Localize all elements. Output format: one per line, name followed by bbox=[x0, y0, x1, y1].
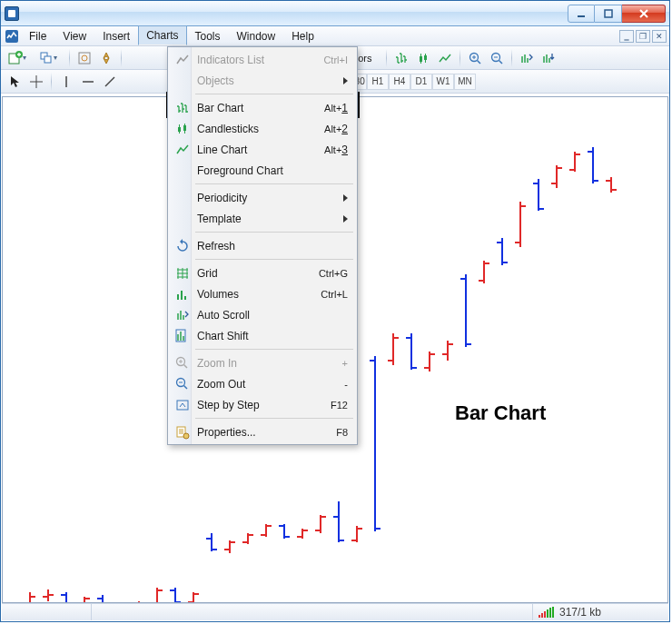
svg-line-19 bbox=[499, 60, 503, 64]
menu-item-insert[interactable]: Insert bbox=[94, 26, 138, 45]
grid-icon bbox=[173, 264, 192, 282]
menu-shortcut: Ctrl+L bbox=[321, 289, 348, 300]
svg-line-135 bbox=[184, 385, 188, 389]
menu-candlesticks[interactable]: CandlesticksAlt+2 bbox=[170, 118, 355, 139]
autoscroll-button[interactable] bbox=[517, 48, 537, 68]
mdi-close-button[interactable]: ✕ bbox=[652, 30, 667, 43]
menu-line-chart[interactable]: Line ChartAlt+3 bbox=[170, 139, 355, 160]
menu-label: Template bbox=[197, 213, 242, 225]
menu-indicators-list: Indicators ListCtrl+I bbox=[170, 49, 355, 70]
menu-chart-shift[interactable]: Chart Shift bbox=[170, 325, 355, 346]
maximize-button[interactable] bbox=[595, 5, 622, 23]
bar-chart-icon bbox=[173, 99, 192, 117]
zoom-in-button[interactable] bbox=[465, 48, 485, 68]
svg-line-133 bbox=[184, 364, 188, 368]
titlebar bbox=[1, 1, 669, 26]
navigator-button[interactable] bbox=[96, 48, 116, 68]
menu-item-file[interactable]: File bbox=[21, 26, 54, 45]
timeframe-h1-button[interactable]: H1 bbox=[367, 74, 389, 90]
zoom-out-button[interactable] bbox=[487, 48, 507, 68]
menu-label: Properties... bbox=[197, 426, 256, 439]
menubar: FileViewInsertChartsToolsWindowHelp ‗ ❐ … bbox=[1, 26, 669, 46]
indicators-icon bbox=[173, 51, 192, 69]
cursor-tool-button[interactable] bbox=[5, 72, 25, 92]
tb-line-chart-button[interactable] bbox=[435, 48, 455, 68]
menu-item-charts[interactable]: Charts bbox=[138, 25, 186, 45]
new-chart-button[interactable]: ▾ bbox=[5, 48, 34, 68]
chartshift-button[interactable] bbox=[539, 48, 558, 68]
trendline-button[interactable] bbox=[100, 72, 120, 92]
zoom-in-icon bbox=[173, 354, 192, 372]
menu-shortcut: F12 bbox=[331, 400, 348, 411]
menu-item-window[interactable]: Window bbox=[229, 26, 284, 45]
svg-rect-7 bbox=[79, 53, 90, 64]
timeframe-h4-button[interactable]: H4 bbox=[389, 74, 410, 90]
menu-zoom-out[interactable]: Zoom Out- bbox=[170, 373, 355, 394]
menu-grid[interactable]: GridCtrl+G bbox=[170, 262, 355, 283]
vertical-line-button[interactable] bbox=[56, 72, 76, 92]
menu-label: Auto Scroll bbox=[197, 309, 250, 322]
horizontal-line-button[interactable] bbox=[78, 72, 98, 92]
menu-auto-scroll[interactable]: Auto Scroll bbox=[170, 304, 355, 325]
menu-label: Zoom Out bbox=[197, 378, 245, 391]
menu-refresh[interactable]: Refresh bbox=[170, 235, 355, 256]
menu-shortcut: + bbox=[342, 358, 348, 369]
submenu-arrow-icon bbox=[343, 194, 348, 202]
chart-overlay-label: Bar Chart bbox=[455, 401, 546, 425]
tb-candlestick-button[interactable] bbox=[413, 48, 433, 68]
menu-foreground-chart[interactable]: Foreground Chart bbox=[170, 160, 355, 181]
svg-rect-129 bbox=[181, 291, 183, 300]
submenu-arrow-icon bbox=[343, 77, 348, 84]
close-button[interactable] bbox=[622, 5, 666, 23]
line-chart-icon bbox=[173, 141, 192, 159]
menu-periodicity[interactable]: Periodicity bbox=[170, 187, 355, 208]
statusbar-kb: 317/1 kb bbox=[559, 606, 601, 619]
menu-shortcut: Alt+2 bbox=[324, 123, 348, 135]
menu-label: Zoom In bbox=[197, 357, 237, 370]
submenu-arrow-icon bbox=[343, 215, 348, 223]
market-watch-button[interactable] bbox=[74, 48, 94, 68]
menu-properties[interactable]: Properties...F8 bbox=[170, 421, 355, 442]
menu-label: Bar Chart bbox=[197, 102, 243, 114]
mdi-restore-button[interactable]: ❐ bbox=[636, 30, 650, 43]
menu-label: Periodicity bbox=[197, 192, 247, 204]
crosshair-tool-button[interactable] bbox=[26, 72, 46, 92]
minimize-button[interactable] bbox=[568, 5, 595, 23]
menu-item-tools[interactable]: Tools bbox=[187, 26, 229, 45]
timeframe-mn-button[interactable]: MN bbox=[454, 74, 476, 90]
window-controls bbox=[568, 5, 666, 23]
menu-label: Step by Step bbox=[197, 399, 260, 411]
svg-rect-128 bbox=[177, 294, 179, 300]
menu-shortcut: Ctrl+I bbox=[323, 54, 348, 65]
svg-rect-1 bbox=[605, 10, 612, 17]
menu-label: Line Chart bbox=[197, 144, 247, 156]
menu-item-help[interactable]: Help bbox=[283, 26, 322, 45]
menu-step-by-step[interactable]: Step by StepF12 bbox=[170, 394, 355, 415]
menu-item-view[interactable]: View bbox=[54, 26, 94, 45]
candlesticks-icon bbox=[173, 120, 192, 138]
menu-shortcut: Ctrl+G bbox=[319, 268, 348, 279]
svg-point-8 bbox=[82, 55, 87, 61]
mdi-controls: ‗ ❐ ✕ bbox=[619, 26, 669, 45]
menu-bar-chart[interactable]: Bar ChartAlt+1 bbox=[170, 97, 355, 118]
menu-label: Grid bbox=[197, 267, 218, 280]
svg-line-17 bbox=[478, 60, 481, 64]
menu-volumes[interactable]: VolumesCtrl+L bbox=[170, 283, 355, 304]
volumes-icon bbox=[173, 285, 192, 303]
svg-line-24 bbox=[105, 77, 114, 86]
refresh-icon bbox=[173, 237, 192, 255]
timeframe-w1-button[interactable]: W1 bbox=[432, 74, 454, 90]
app-window: FileViewInsertChartsToolsWindowHelp ‗ ❐ … bbox=[0, 0, 670, 622]
autoscroll-icon bbox=[173, 306, 192, 324]
menu-template[interactable]: Template bbox=[170, 208, 355, 229]
menu-zoom-in: Zoom In+ bbox=[170, 352, 355, 373]
menu-label: Objects bbox=[197, 74, 234, 87]
mdi-minimize-button[interactable]: ‗ bbox=[619, 30, 634, 43]
menu-label: Volumes bbox=[197, 288, 239, 301]
profiles-button[interactable]: ▾ bbox=[35, 48, 64, 68]
svg-point-138 bbox=[183, 433, 189, 439]
statusbar: 317/1 kb bbox=[2, 603, 668, 620]
app-icon bbox=[5, 6, 19, 21]
timeframe-d1-button[interactable]: D1 bbox=[410, 74, 432, 90]
tb-bar-chart-button[interactable] bbox=[391, 48, 411, 68]
